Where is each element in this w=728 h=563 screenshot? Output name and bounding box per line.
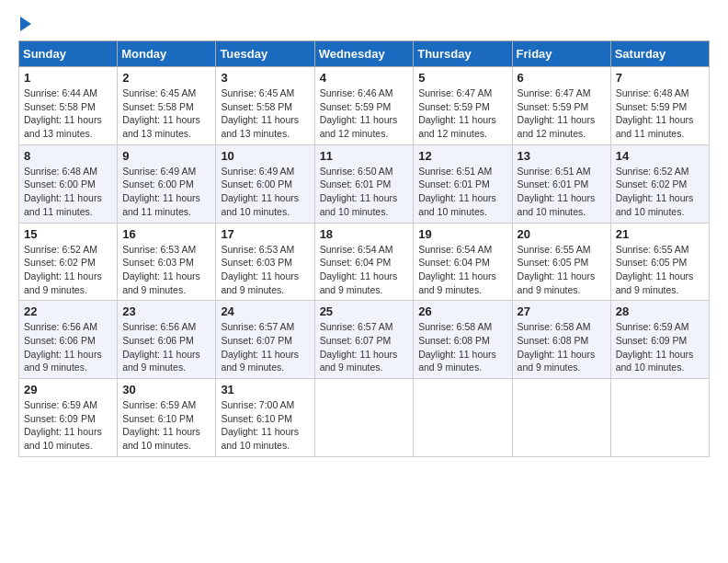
sunrise-label: Sunrise: 6:59 AM [122,399,196,410]
calendar-week-4: 22 Sunrise: 6:56 AM Sunset: 6:06 PM Dayl… [19,301,710,379]
daylight-label: Daylight: 11 hours and 10 minutes. [221,192,299,217]
sunset-label: Sunset: 6:06 PM [122,335,194,346]
calendar-week-2: 8 Sunrise: 6:48 AM Sunset: 6:00 PM Dayli… [19,144,710,223]
sunset-label: Sunset: 6:02 PM [24,257,96,268]
day-info: Sunrise: 6:52 AM Sunset: 6:02 PM Dayligh… [24,243,112,297]
sunrise-label: Sunrise: 6:50 AM [320,166,393,177]
day-number: 4 [320,71,409,85]
sunset-label: Sunset: 6:09 PM [616,335,688,346]
day-info: Sunrise: 6:51 AM Sunset: 6:01 PM Dayligh… [518,165,606,219]
daylight-label: Daylight: 11 hours and 9 minutes. [320,349,398,373]
daylight-label: Daylight: 11 hours and 10 minutes. [518,192,596,217]
day-number: 12 [418,149,506,163]
day-number: 17 [221,227,309,241]
sunrise-label: Sunrise: 6:45 AM [122,87,196,98]
day-number: 7 [616,71,704,85]
day-info: Sunrise: 6:57 AM Sunset: 6:07 PM Dayligh… [221,320,309,374]
header-thursday: Thursday [414,41,512,67]
sunrise-label: Sunrise: 6:55 AM [616,244,689,255]
calendar-week-3: 15 Sunrise: 6:52 AM Sunset: 6:02 PM Dayl… [19,223,710,301]
calendar-cell: 16 Sunrise: 6:53 AM Sunset: 6:03 PM Dayl… [118,223,216,301]
day-info: Sunrise: 6:55 AM Sunset: 6:05 PM Dayligh… [518,243,606,297]
daylight-label: Daylight: 11 hours and 9 minutes. [518,270,596,295]
calendar-cell: 29 Sunrise: 6:59 AM Sunset: 6:09 PM Dayl… [19,379,118,457]
sunrise-label: Sunrise: 6:55 AM [518,244,591,255]
day-info: Sunrise: 6:47 AM Sunset: 5:59 PM Dayligh… [418,86,506,141]
calendar-cell: 24 Sunrise: 6:57 AM Sunset: 6:07 PM Dayl… [216,301,314,379]
day-info: Sunrise: 6:46 AM Sunset: 5:59 PM Dayligh… [320,86,409,141]
calendar-cell: 17 Sunrise: 6:53 AM Sunset: 6:03 PM Dayl… [216,223,314,301]
sunset-label: Sunset: 6:05 PM [518,257,589,268]
sunrise-label: Sunrise: 6:54 AM [320,244,393,255]
sunset-label: Sunset: 6:01 PM [320,178,392,190]
calendar-cell [414,379,512,457]
daylight-label: Daylight: 11 hours and 10 minutes. [616,349,694,373]
day-info: Sunrise: 6:49 AM Sunset: 6:00 PM Dayligh… [122,165,210,219]
calendar-cell: 19 Sunrise: 6:54 AM Sunset: 6:04 PM Dayl… [414,223,512,301]
logo [18,18,31,31]
daylight-label: Daylight: 11 hours and 13 minutes. [221,114,299,139]
daylight-label: Daylight: 11 hours and 9 minutes. [122,349,200,373]
daylight-label: Daylight: 11 hours and 13 minutes. [122,114,200,139]
sunset-label: Sunset: 5:58 PM [122,101,194,112]
sunrise-label: Sunrise: 6:52 AM [24,244,97,255]
calendar-cell [512,379,610,457]
calendar-week-1: 1 Sunrise: 6:44 AM Sunset: 5:58 PM Dayli… [19,67,710,145]
day-number: 9 [122,149,210,163]
daylight-label: Daylight: 11 hours and 9 minutes. [320,270,398,295]
sunset-label: Sunset: 6:10 PM [221,413,292,424]
daylight-label: Daylight: 11 hours and 13 minutes. [24,114,102,139]
sunset-label: Sunset: 6:04 PM [418,257,490,268]
daylight-label: Daylight: 11 hours and 12 minutes. [418,114,496,139]
sunset-label: Sunset: 6:01 PM [518,178,589,190]
day-number: 25 [320,304,409,318]
day-info: Sunrise: 6:56 AM Sunset: 6:06 PM Dayligh… [122,320,210,374]
sunrise-label: Sunrise: 6:44 AM [24,87,97,98]
sunset-label: Sunset: 5:59 PM [616,101,688,112]
daylight-label: Daylight: 11 hours and 10 minutes. [320,192,398,217]
day-info: Sunrise: 6:58 AM Sunset: 6:08 PM Dayligh… [518,320,606,374]
daylight-label: Daylight: 11 hours and 10 minutes. [616,192,694,217]
day-number: 14 [616,149,704,163]
sunrise-label: Sunrise: 6:56 AM [24,321,97,332]
day-number: 1 [24,71,112,85]
sunset-label: Sunset: 6:09 PM [24,413,96,424]
daylight-label: Daylight: 11 hours and 9 minutes. [24,270,102,295]
sunset-label: Sunset: 6:00 PM [221,178,292,190]
day-number: 31 [221,383,309,396]
sunrise-label: Sunrise: 6:45 AM [221,87,294,98]
day-info: Sunrise: 6:59 AM Sunset: 6:09 PM Dayligh… [616,320,704,374]
day-info: Sunrise: 6:48 AM Sunset: 5:59 PM Dayligh… [616,86,704,141]
daylight-label: Daylight: 11 hours and 10 minutes. [221,426,299,451]
calendar-cell: 22 Sunrise: 6:56 AM Sunset: 6:06 PM Dayl… [19,301,118,379]
sunrise-label: Sunrise: 6:59 AM [616,321,689,332]
day-number: 19 [418,227,506,241]
sunset-label: Sunset: 6:06 PM [24,335,96,346]
calendar-cell: 9 Sunrise: 6:49 AM Sunset: 6:00 PM Dayli… [118,144,216,223]
day-info: Sunrise: 6:50 AM Sunset: 6:01 PM Dayligh… [320,165,409,219]
day-info: Sunrise: 6:44 AM Sunset: 5:58 PM Dayligh… [24,86,112,141]
sunrise-label: Sunrise: 6:57 AM [320,321,393,332]
sunset-label: Sunset: 6:05 PM [616,257,688,268]
sunrise-label: Sunrise: 6:58 AM [418,321,492,332]
calendar-cell: 15 Sunrise: 6:52 AM Sunset: 6:02 PM Dayl… [19,223,118,301]
day-info: Sunrise: 6:53 AM Sunset: 6:03 PM Dayligh… [221,243,309,297]
sunset-label: Sunset: 6:04 PM [320,257,392,268]
sunrise-label: Sunrise: 6:57 AM [221,321,294,332]
day-number: 27 [518,304,606,318]
day-number: 22 [24,304,112,318]
calendar-cell: 12 Sunrise: 6:51 AM Sunset: 6:01 PM Dayl… [414,144,512,223]
day-number: 3 [221,71,309,85]
day-info: Sunrise: 6:58 AM Sunset: 6:08 PM Dayligh… [418,320,506,374]
sunrise-label: Sunrise: 6:58 AM [518,321,591,332]
sunrise-label: Sunrise: 6:51 AM [518,166,591,177]
daylight-label: Daylight: 11 hours and 9 minutes. [518,349,596,373]
daylight-label: Daylight: 11 hours and 9 minutes. [221,349,299,373]
day-info: Sunrise: 6:52 AM Sunset: 6:02 PM Dayligh… [616,165,704,219]
sunset-label: Sunset: 6:08 PM [518,335,589,346]
calendar-cell: 3 Sunrise: 6:45 AM Sunset: 5:58 PM Dayli… [216,67,314,145]
header-monday: Monday [118,41,216,67]
sunrise-label: Sunrise: 6:49 AM [221,166,294,177]
calendar-cell: 30 Sunrise: 6:59 AM Sunset: 6:10 PM Dayl… [118,379,216,457]
day-number: 18 [320,227,409,241]
